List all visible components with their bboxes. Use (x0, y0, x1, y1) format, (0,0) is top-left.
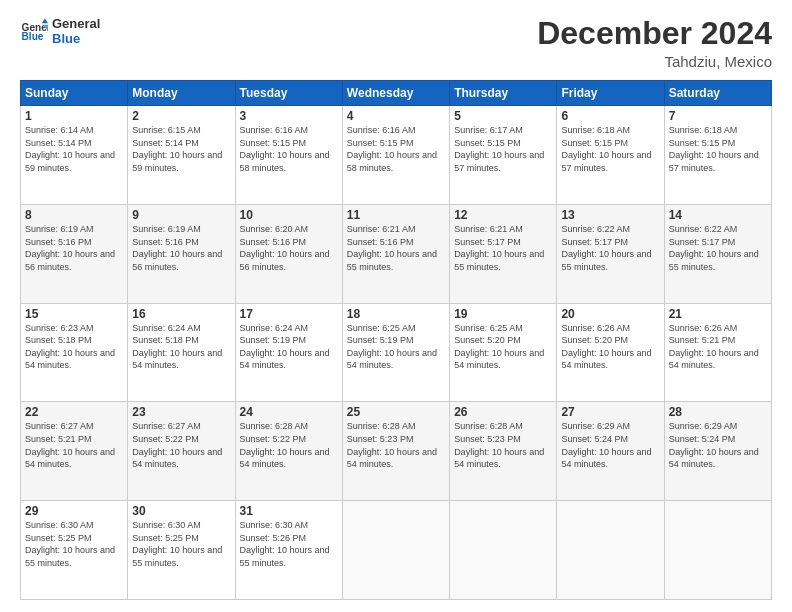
day-number: 22 (25, 405, 123, 419)
day-info: Sunrise: 6:26 AMSunset: 5:21 PMDaylight:… (669, 322, 767, 372)
day-info: Sunrise: 6:30 AMSunset: 5:26 PMDaylight:… (240, 519, 338, 569)
day-number: 20 (561, 307, 659, 321)
day-number: 2 (132, 109, 230, 123)
day-number: 29 (25, 504, 123, 518)
table-row: 25Sunrise: 6:28 AMSunset: 5:23 PMDayligh… (342, 402, 449, 501)
table-row: 11Sunrise: 6:21 AMSunset: 5:16 PMDayligh… (342, 204, 449, 303)
table-row: 8Sunrise: 6:19 AMSunset: 5:16 PMDaylight… (21, 204, 128, 303)
logo-text-general: General (52, 16, 100, 31)
day-number: 3 (240, 109, 338, 123)
calendar-table: Sunday Monday Tuesday Wednesday Thursday… (20, 80, 772, 600)
day-info: Sunrise: 6:25 AMSunset: 5:20 PMDaylight:… (454, 322, 552, 372)
day-number: 31 (240, 504, 338, 518)
calendar-week-row: 22Sunrise: 6:27 AMSunset: 5:21 PMDayligh… (21, 402, 772, 501)
day-number: 6 (561, 109, 659, 123)
table-row: 7Sunrise: 6:18 AMSunset: 5:15 PMDaylight… (664, 106, 771, 205)
day-number: 13 (561, 208, 659, 222)
day-number: 21 (669, 307, 767, 321)
day-info: Sunrise: 6:21 AMSunset: 5:17 PMDaylight:… (454, 223, 552, 273)
calendar-header-row: Sunday Monday Tuesday Wednesday Thursday… (21, 81, 772, 106)
day-info: Sunrise: 6:16 AMSunset: 5:15 PMDaylight:… (240, 124, 338, 174)
table-row: 30Sunrise: 6:30 AMSunset: 5:25 PMDayligh… (128, 501, 235, 600)
table-row (342, 501, 449, 600)
table-row: 13Sunrise: 6:22 AMSunset: 5:17 PMDayligh… (557, 204, 664, 303)
logo: General Blue General Blue (20, 16, 100, 46)
subtitle: Tahdziu, Mexico (537, 53, 772, 70)
table-row: 24Sunrise: 6:28 AMSunset: 5:22 PMDayligh… (235, 402, 342, 501)
day-number: 19 (454, 307, 552, 321)
header-monday: Monday (128, 81, 235, 106)
table-row: 5Sunrise: 6:17 AMSunset: 5:15 PMDaylight… (450, 106, 557, 205)
day-info: Sunrise: 6:14 AMSunset: 5:14 PMDaylight:… (25, 124, 123, 174)
day-number: 26 (454, 405, 552, 419)
day-info: Sunrise: 6:18 AMSunset: 5:15 PMDaylight:… (669, 124, 767, 174)
table-row: 16Sunrise: 6:24 AMSunset: 5:18 PMDayligh… (128, 303, 235, 402)
day-info: Sunrise: 6:19 AMSunset: 5:16 PMDaylight:… (25, 223, 123, 273)
day-info: Sunrise: 6:17 AMSunset: 5:15 PMDaylight:… (454, 124, 552, 174)
day-number: 4 (347, 109, 445, 123)
day-info: Sunrise: 6:28 AMSunset: 5:22 PMDaylight:… (240, 420, 338, 470)
day-number: 25 (347, 405, 445, 419)
day-number: 11 (347, 208, 445, 222)
table-row: 1Sunrise: 6:14 AMSunset: 5:14 PMDaylight… (21, 106, 128, 205)
day-number: 12 (454, 208, 552, 222)
calendar-week-row: 1Sunrise: 6:14 AMSunset: 5:14 PMDaylight… (21, 106, 772, 205)
day-number: 7 (669, 109, 767, 123)
header-sunday: Sunday (21, 81, 128, 106)
svg-text:Blue: Blue (22, 31, 44, 42)
title-area: December 2024 Tahdziu, Mexico (537, 16, 772, 70)
table-row: 21Sunrise: 6:26 AMSunset: 5:21 PMDayligh… (664, 303, 771, 402)
day-number: 8 (25, 208, 123, 222)
day-number: 14 (669, 208, 767, 222)
table-row: 18Sunrise: 6:25 AMSunset: 5:19 PMDayligh… (342, 303, 449, 402)
day-info: Sunrise: 6:16 AMSunset: 5:15 PMDaylight:… (347, 124, 445, 174)
table-row: 26Sunrise: 6:28 AMSunset: 5:23 PMDayligh… (450, 402, 557, 501)
calendar-week-row: 29Sunrise: 6:30 AMSunset: 5:25 PMDayligh… (21, 501, 772, 600)
header-thursday: Thursday (450, 81, 557, 106)
header-wednesday: Wednesday (342, 81, 449, 106)
table-row: 3Sunrise: 6:16 AMSunset: 5:15 PMDaylight… (235, 106, 342, 205)
day-info: Sunrise: 6:25 AMSunset: 5:19 PMDaylight:… (347, 322, 445, 372)
table-row (450, 501, 557, 600)
day-info: Sunrise: 6:19 AMSunset: 5:16 PMDaylight:… (132, 223, 230, 273)
day-number: 9 (132, 208, 230, 222)
table-row: 15Sunrise: 6:23 AMSunset: 5:18 PMDayligh… (21, 303, 128, 402)
day-number: 17 (240, 307, 338, 321)
table-row: 27Sunrise: 6:29 AMSunset: 5:24 PMDayligh… (557, 402, 664, 501)
day-number: 23 (132, 405, 230, 419)
table-row: 23Sunrise: 6:27 AMSunset: 5:22 PMDayligh… (128, 402, 235, 501)
day-info: Sunrise: 6:15 AMSunset: 5:14 PMDaylight:… (132, 124, 230, 174)
header: General Blue General Blue December 2024 … (20, 16, 772, 70)
table-row (557, 501, 664, 600)
header-tuesday: Tuesday (235, 81, 342, 106)
main-title: December 2024 (537, 16, 772, 51)
calendar-week-row: 15Sunrise: 6:23 AMSunset: 5:18 PMDayligh… (21, 303, 772, 402)
day-info: Sunrise: 6:26 AMSunset: 5:20 PMDaylight:… (561, 322, 659, 372)
calendar-week-row: 8Sunrise: 6:19 AMSunset: 5:16 PMDaylight… (21, 204, 772, 303)
day-number: 30 (132, 504, 230, 518)
day-number: 5 (454, 109, 552, 123)
day-number: 15 (25, 307, 123, 321)
day-info: Sunrise: 6:28 AMSunset: 5:23 PMDaylight:… (454, 420, 552, 470)
day-number: 18 (347, 307, 445, 321)
calendar-page: General Blue General Blue December 2024 … (0, 0, 792, 612)
day-info: Sunrise: 6:27 AMSunset: 5:21 PMDaylight:… (25, 420, 123, 470)
day-info: Sunrise: 6:24 AMSunset: 5:18 PMDaylight:… (132, 322, 230, 372)
table-row: 4Sunrise: 6:16 AMSunset: 5:15 PMDaylight… (342, 106, 449, 205)
table-row: 9Sunrise: 6:19 AMSunset: 5:16 PMDaylight… (128, 204, 235, 303)
logo-icon: General Blue (20, 17, 48, 45)
day-info: Sunrise: 6:28 AMSunset: 5:23 PMDaylight:… (347, 420, 445, 470)
table-row: 19Sunrise: 6:25 AMSunset: 5:20 PMDayligh… (450, 303, 557, 402)
day-info: Sunrise: 6:27 AMSunset: 5:22 PMDaylight:… (132, 420, 230, 470)
day-info: Sunrise: 6:29 AMSunset: 5:24 PMDaylight:… (561, 420, 659, 470)
table-row: 17Sunrise: 6:24 AMSunset: 5:19 PMDayligh… (235, 303, 342, 402)
day-info: Sunrise: 6:21 AMSunset: 5:16 PMDaylight:… (347, 223, 445, 273)
table-row: 31Sunrise: 6:30 AMSunset: 5:26 PMDayligh… (235, 501, 342, 600)
table-row (664, 501, 771, 600)
table-row: 12Sunrise: 6:21 AMSunset: 5:17 PMDayligh… (450, 204, 557, 303)
day-number: 27 (561, 405, 659, 419)
header-saturday: Saturday (664, 81, 771, 106)
table-row: 14Sunrise: 6:22 AMSunset: 5:17 PMDayligh… (664, 204, 771, 303)
day-info: Sunrise: 6:18 AMSunset: 5:15 PMDaylight:… (561, 124, 659, 174)
day-info: Sunrise: 6:30 AMSunset: 5:25 PMDaylight:… (25, 519, 123, 569)
